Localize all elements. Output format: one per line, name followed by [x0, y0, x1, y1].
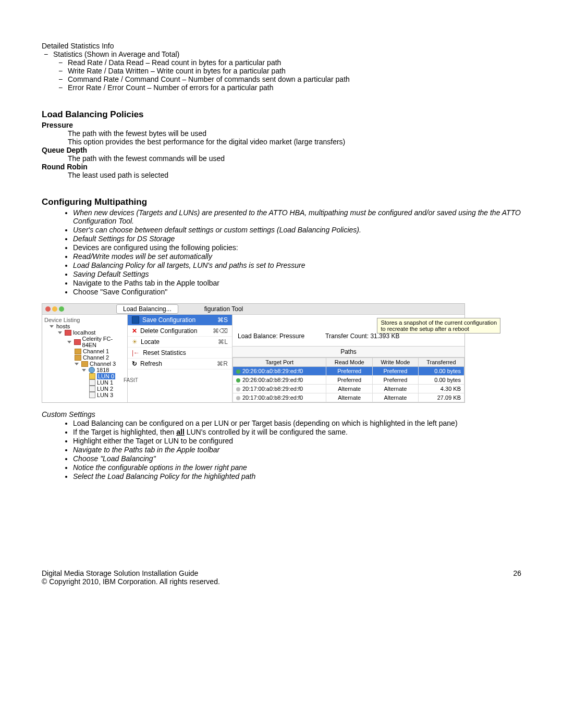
list-item: User's can choose between default settin… — [73, 226, 521, 234]
menu-locate[interactable]: ☀Locate ⌘L — [128, 337, 232, 348]
lun-icon — [89, 386, 95, 392]
channel-icon — [75, 355, 81, 361]
chevron-down-icon — [67, 341, 71, 343]
page-footer: Digital Media Storage Solution Installat… — [42, 569, 521, 586]
status-dot-icon — [236, 396, 240, 400]
custom-settings-list: Load Balancing can be configured on a pe… — [42, 419, 521, 480]
card-icon — [74, 339, 81, 345]
tooltip-line2: to recreate the setup after a reboot — [381, 326, 497, 332]
target-icon — [89, 367, 95, 373]
stats-inner-list: Read Rate / Data Read – Read count in by… — [42, 58, 521, 92]
tree-channel2[interactable]: Channel 2 — [44, 354, 125, 361]
delete-icon: ✕ — [132, 327, 137, 335]
footer-title: Digital Media Storage Solution Installat… — [42, 569, 220, 577]
round-desc1: The least used path is selected — [68, 171, 521, 179]
shortcut-label: ⌘⌫ — [213, 327, 228, 335]
list-item: When new devices (Targets and LUNs) are … — [73, 208, 521, 225]
page-number: 26 — [513, 569, 521, 586]
chevron-down-icon — [75, 363, 79, 365]
tree-target-1818[interactable]: 1818 — [44, 367, 125, 373]
menu-save-configuration[interactable]: Save Configuration ⌘S — [128, 315, 232, 326]
reset-icon: |← — [132, 349, 140, 356]
paths-menu: Save Configuration ⌘S ✕Delete Configurat… — [128, 315, 232, 402]
list-item: Load Balancing Policy for all targets, L… — [73, 261, 521, 269]
lun-icon — [89, 392, 95, 398]
tree-lun0[interactable]: LUN 0 — [44, 373, 125, 379]
tree-localhost[interactable]: localhost — [44, 329, 125, 336]
window-titlebar: Load Balancing... figuration Tool — [42, 304, 464, 315]
paths-table: Target PortRead ModeWrite ModeTransferre… — [232, 357, 464, 402]
stats-item: Error Rate / Error Count – Number of err… — [68, 83, 521, 92]
zoom-icon[interactable] — [59, 306, 64, 312]
window-controls[interactable] — [42, 306, 64, 312]
chevron-down-icon — [50, 325, 54, 328]
channel-icon — [81, 361, 88, 367]
config-heading: Configuring Multipathing — [42, 197, 521, 207]
locate-icon: ☀ — [132, 338, 138, 346]
table-column-header[interactable]: Target Port — [233, 358, 326, 367]
fastt-label: FAStT — [124, 377, 138, 383]
list-item: Highlight either the Taget or LUN to be … — [73, 437, 521, 445]
tree-lun1[interactable]: LUN 1 — [44, 379, 125, 386]
shortcut-label: ⌘L — [218, 338, 228, 346]
list-item: Select the Load Balancing Policy for the… — [73, 472, 521, 480]
table-row[interactable]: 20:17:00:a0:b8:29:ed:f0AlternateAlternat… — [233, 393, 464, 402]
screenshot-panel: Load Balancing... figuration Tool Stores… — [42, 303, 465, 403]
toolbar-segment[interactable]: Load Balancing... — [116, 304, 178, 314]
tree-lun2[interactable]: LUN 2 — [44, 386, 125, 392]
menu-reset-statistics[interactable]: |←Reset Statistics — [128, 348, 232, 359]
list-item: If the Target is highlighted, then all L… — [73, 428, 521, 436]
tooltip-line1: Stores a snapshot of the current configu… — [381, 319, 497, 326]
list-item: Default Settings for DS Storage — [73, 235, 521, 243]
table-row[interactable]: 20:26:00:a0:b8:29:ed:f0PreferredPreferre… — [233, 367, 464, 376]
paths-section-header: Paths — [232, 346, 464, 357]
device-listing-sidebar: Device Listing hosts localhost Celerity … — [42, 315, 128, 402]
custom-settings-heading: Custom Settings — [42, 410, 521, 418]
menu-refresh[interactable]: ↻Refresh ⌘R — [128, 359, 232, 369]
lun-icon — [89, 373, 95, 379]
tree-lun3[interactable]: LUN 3 — [44, 392, 125, 398]
list-item: Read/Write modes will be set automatical… — [73, 252, 521, 261]
table-column-header[interactable]: Transferred — [418, 358, 464, 367]
table-row[interactable]: 20:17:00:a0:b8:29:ed:f0AlternateAlternat… — [233, 385, 464, 393]
tree-hosts[interactable]: hosts — [44, 323, 125, 329]
queue-desc1: The path with the fewest commands will b… — [68, 154, 521, 163]
list-item: Notice the configurable options in the l… — [73, 463, 521, 472]
footer-copyright: © Copyright 2010, IBM Corporation. All r… — [42, 577, 220, 586]
stats-item: Write Rate / Data Written – Write count … — [68, 67, 521, 75]
window-title-fragment: figuration Tool — [204, 305, 243, 313]
tree-card[interactable]: Celerity FC-84EN — [44, 336, 125, 348]
minimize-icon[interactable] — [52, 306, 57, 312]
list-item: Load Balancing can be configured on a pe… — [73, 419, 521, 427]
table-column-header[interactable]: Read Mode — [326, 358, 373, 367]
list-item: Choose "Save Configuration" — [73, 288, 521, 296]
shortcut-label: ⌘R — [217, 360, 228, 367]
list-item: Navigate to the Paths tab in the Apple t… — [73, 446, 521, 454]
list-item: Choose "Load Balancing" — [73, 454, 521, 463]
list-item: Navigate to the Paths tab in the Apple t… — [73, 279, 521, 287]
stats-item: Command Rate / Command Count – Number of… — [68, 75, 521, 83]
stats-title: Detailed Statistics Info — [42, 42, 521, 50]
menu-delete-configuration[interactable]: ✕Delete Configuration ⌘⌫ — [128, 326, 232, 337]
tree-channel1[interactable]: Channel 1 — [44, 348, 125, 354]
host-icon — [65, 330, 71, 336]
shortcut-label: ⌘S — [217, 316, 228, 324]
policies-heading: Load Balancing Policies — [42, 109, 521, 120]
stats-item: Read Rate / Data Read – Read count in by… — [68, 58, 521, 67]
queue-label: Queue Depth — [42, 146, 521, 154]
table-column-header[interactable]: Write Mode — [373, 358, 419, 367]
pressure-label: Pressure — [42, 121, 521, 129]
table-row[interactable]: 20:26:00:a0:b8:29:ed:f0PreferredPreferre… — [233, 376, 464, 385]
channel-icon — [75, 349, 81, 354]
pressure-desc1: The path with the fewest bytes will be u… — [68, 129, 521, 138]
status-dot-icon — [236, 369, 240, 374]
chevron-down-icon — [82, 369, 86, 372]
save-icon — [132, 316, 139, 324]
tree-channel3[interactable]: Channel 3 — [44, 361, 125, 367]
close-icon[interactable] — [45, 306, 51, 312]
lun-icon — [89, 379, 95, 386]
list-item: Saving Default Settings — [73, 270, 521, 278]
save-tooltip: Stores a snapshot of the current configu… — [377, 318, 500, 334]
stats-outer-list: Statistics (Shown in Average and Total) — [42, 50, 521, 58]
status-dot-icon — [236, 387, 240, 391]
